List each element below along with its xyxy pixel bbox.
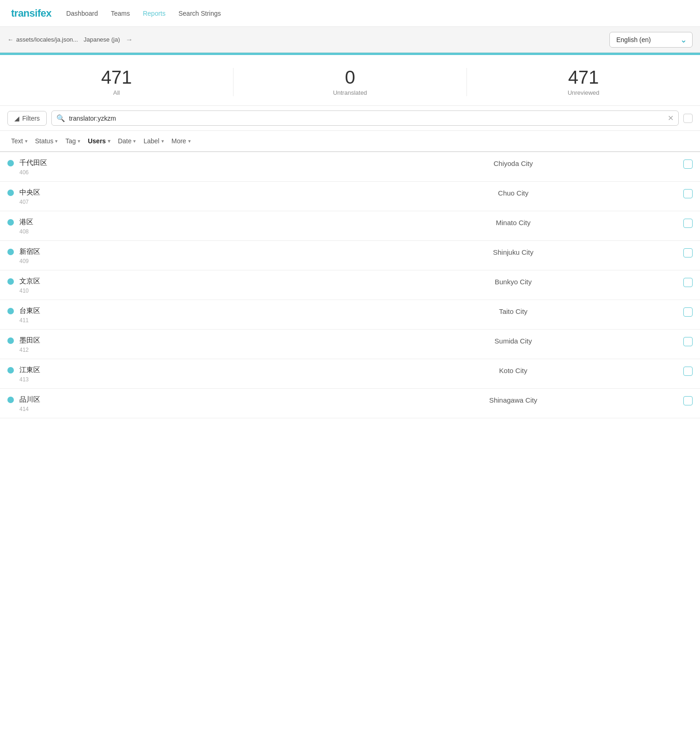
col-label: Date [118, 137, 132, 145]
source-text: 品川区 [19, 395, 349, 404]
item-checkbox[interactable] [683, 337, 693, 346]
col-header-date[interactable]: Date▾ [114, 135, 140, 147]
item-content: 品川区 414 [19, 395, 349, 412]
item-content: 港区 408 [19, 218, 349, 235]
item-number: 413 [19, 376, 349, 383]
list-item[interactable]: 文京区 410 Bunkyo City [0, 270, 700, 300]
col-label: More [172, 137, 186, 145]
item-checkbox[interactable] [683, 307, 693, 317]
col-header-more[interactable]: More▾ [168, 135, 195, 147]
status-dot [7, 397, 14, 403]
stat-num: 0 [233, 68, 467, 86]
list-item[interactable]: 墨田区 412 Sumida City [0, 330, 700, 359]
chevron-icon: ▾ [133, 138, 136, 144]
source-text: 文京区 [19, 277, 349, 286]
stat-label: Unreviewed [467, 89, 700, 96]
status-dot [7, 337, 14, 344]
chevron-icon: ▾ [161, 138, 164, 144]
col-header-tag[interactable]: Tag▾ [61, 135, 84, 147]
item-content: 新宿区 409 [19, 247, 349, 264]
list-item[interactable]: 台東区 411 Taito City [0, 300, 700, 330]
item-checkbox[interactable] [683, 219, 693, 228]
nav-link-dashboard[interactable]: Dashboard [66, 8, 98, 19]
list-item[interactable]: 江東区 413 Koto City [0, 359, 700, 389]
source-text: 江東区 [19, 366, 349, 374]
source-text: 中央区 [19, 188, 349, 197]
col-header-label[interactable]: Label▾ [140, 135, 167, 147]
col-header-text[interactable]: Text▾ [7, 135, 31, 147]
breadcrumb-arrow-icon: → [125, 36, 133, 44]
item-number: 410 [19, 288, 349, 294]
nav-link-reports[interactable]: Reports [143, 8, 166, 19]
status-dot [7, 190, 14, 196]
item-checkbox[interactable] [683, 159, 693, 169]
col-label: Text [11, 137, 23, 145]
nav-links: DashboardTeamsReportsSearch Strings [66, 8, 221, 19]
chevron-icon: ▾ [188, 138, 191, 144]
source-text: 港区 [19, 218, 349, 227]
filter-icon: ◢ [14, 115, 19, 122]
item-content: 台東区 411 [19, 306, 349, 324]
item-number: 412 [19, 347, 349, 353]
filter-bar: ◢ Filters 🔍 ✕ [0, 106, 700, 131]
col-label: Users [88, 137, 106, 145]
item-checkbox[interactable] [683, 396, 693, 405]
stat-num: 471 [0, 68, 233, 86]
stats-row: 471 All 0 Untranslated 471 Unreviewed [0, 55, 700, 106]
navbar: transifex DashboardTeamsReportsSearch St… [0, 0, 700, 27]
status-dot [7, 219, 14, 226]
back-button[interactable]: ← assets/locales/ja.json... [7, 36, 78, 43]
search-input[interactable] [69, 115, 664, 122]
stat-label: All [0, 89, 233, 96]
status-dot [7, 249, 14, 255]
filters-button[interactable]: ◢ Filters [7, 111, 47, 126]
list-item[interactable]: 港区 408 Minato City [0, 211, 700, 241]
item-checkbox[interactable] [683, 278, 693, 287]
item-content: 墨田区 412 [19, 336, 349, 353]
stat-item-all: 471 All [0, 68, 233, 96]
col-label: Status [35, 137, 54, 145]
breadcrumb-bar: ← assets/locales/ja.json... Japanese (ja… [0, 27, 700, 53]
status-dot [7, 367, 14, 374]
translation-text: Bunkyo City [349, 277, 678, 286]
nav-link-teams[interactable]: Teams [111, 8, 130, 19]
col-label: Label [143, 137, 159, 145]
source-text: 台東区 [19, 306, 349, 315]
logo[interactable]: transifex [11, 7, 51, 19]
source-language: Japanese (ja) [84, 36, 120, 43]
chevron-icon: ▾ [108, 138, 111, 144]
translation-text: Minato City [349, 218, 678, 227]
item-checkbox[interactable] [683, 248, 693, 257]
item-checkbox[interactable] [683, 367, 693, 376]
target-language-select-wrap: English (en) French (fr) German (de) Spa… [609, 32, 693, 48]
column-headers: Text▾Status▾Tag▾Users▾Date▾Label▾More▾ [0, 131, 700, 152]
list-item[interactable]: 品川区 414 Shinagawa City [0, 389, 700, 418]
search-icon: 🔍 [56, 114, 65, 122]
nav-link-search-strings[interactable]: Search Strings [178, 8, 221, 19]
source-text: 新宿区 [19, 247, 349, 256]
select-all-checkbox[interactable] [683, 114, 693, 123]
target-language-select[interactable]: English (en) French (fr) German (de) Spa… [609, 32, 693, 48]
translation-text: Sumida City [349, 336, 678, 345]
list-item[interactable]: 千代田区 406 Chiyoda City [0, 152, 700, 182]
chevron-icon: ▾ [78, 138, 80, 144]
status-dot [7, 308, 14, 314]
filters-label: Filters [22, 115, 40, 122]
item-number: 406 [19, 169, 349, 176]
translation-text: Taito City [349, 306, 678, 315]
status-dot [7, 160, 14, 166]
list-item[interactable]: 中央区 407 Chuo City [0, 182, 700, 211]
col-header-status[interactable]: Status▾ [31, 135, 62, 147]
stat-label: Untranslated [233, 89, 467, 96]
item-content: 文京区 410 [19, 277, 349, 294]
col-label: Tag [65, 137, 76, 145]
stat-item-untranslated: 0 Untranslated [233, 68, 467, 96]
col-header-users[interactable]: Users▾ [84, 135, 114, 147]
item-number: 408 [19, 228, 349, 235]
item-checkbox[interactable] [683, 189, 693, 198]
chevron-icon: ▾ [25, 138, 28, 144]
clear-search-icon[interactable]: ✕ [668, 114, 674, 122]
list-item[interactable]: 新宿区 409 Shinjuku City [0, 241, 700, 270]
translation-text: Shinagawa City [349, 395, 678, 404]
string-list: 千代田区 406 Chiyoda City 中央区 407 Chuo City … [0, 152, 700, 418]
